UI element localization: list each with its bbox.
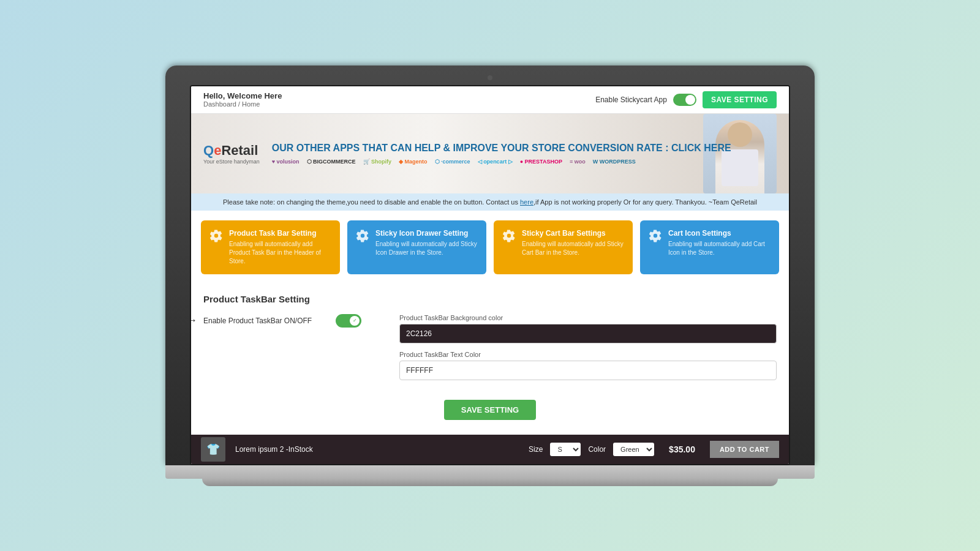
feature-card-cart-icon[interactable]: Cart Icon Settings Enabling will automat…: [640, 220, 779, 274]
banner-platforms: ♥ volusion ⬡ BIGCOMMERCE 🛒 Shopify ◆ Mag…: [272, 159, 789, 165]
add-to-cart-button[interactable]: ADD TO CART: [710, 441, 779, 458]
gear-icon-3: [502, 229, 516, 242]
taskbar-product-name: Lorem ipsum 2 -InStock: [235, 445, 519, 454]
feature-cards: Product Task Bar Setting Enabling will a…: [201, 220, 779, 274]
settings-section: Product TaskBar Setting Floating bar on …: [191, 284, 789, 430]
text-color-input[interactable]: [399, 361, 777, 380]
size-select[interactable]: S M L XL: [550, 443, 581, 456]
feature-card-sticky-cart[interactable]: Sticky Cart Bar Settings Enabling will a…: [494, 220, 633, 274]
card-desc-4: Enabling will automatically add Cart Ico…: [668, 240, 771, 257]
bg-color-label: Product TaskBar Background color: [399, 314, 777, 321]
header-save-button[interactable]: SAVE SETTING: [703, 91, 777, 108]
platform-volusion: ♥ volusion: [272, 159, 300, 165]
banner-cta[interactable]: OUR OTHER APPS THAT CAN HELP & IMPROVE Y…: [272, 143, 789, 165]
banner-logo: QeRetail Your eStore handyman: [203, 143, 260, 165]
header-right: Enable Stickycart App SAVE SETTING: [595, 91, 777, 108]
card-desc-1: Enabling will automatically add Product …: [229, 240, 331, 266]
color-select[interactable]: Green Red Blue: [613, 443, 654, 456]
settings-right: Product TaskBar Background color Product…: [399, 314, 777, 388]
settings-content: Floating bar on every product page on sc…: [203, 314, 777, 388]
gear-icon-4: [649, 229, 662, 242]
platform-bigcommerce: ⬡ BIGCOMMERCE: [307, 159, 356, 165]
logo-text: QeRetail: [203, 143, 260, 159]
taskbar-options: Size S M L XL Color Green Red Blue: [529, 443, 654, 456]
save-btn-wrap: SAVE SETTING: [203, 400, 777, 420]
settings-left: Floating bar on every product page on sc…: [203, 314, 387, 328]
feature-card-sticky-icon[interactable]: Sticky Icon Drawer Setting Enabling will…: [347, 220, 486, 274]
platform-prestashop: ● PRESTASHOP: [520, 159, 562, 165]
taskbar-price: $35.00: [669, 444, 695, 454]
gear-icon-2: [356, 229, 369, 242]
header-left: Hello, Welcome Here Dashboard / Home: [203, 91, 282, 108]
platform-wordpress: W WORDPRESS: [593, 159, 636, 165]
enable-stickycart-label: Enable Stickycart App: [595, 96, 667, 104]
card-title-4: Cart Icon Settings: [668, 229, 771, 238]
breadcrumb: Dashboard / Home: [203, 100, 282, 108]
notice-bar: Please take note: on changing the theme,…: [191, 193, 789, 211]
card-desc-3: Enabling will automatically add Sticky C…: [522, 240, 624, 257]
floating-taskbar: 👕 Lorem ipsum 2 -InStock Size S M L XL C…: [191, 435, 789, 464]
tooltip-arrow: →: [190, 313, 197, 328]
taskbar-toggle-wrap: [336, 314, 361, 328]
enable-taskbar-label: Enable Product TaskBar ON/OFF: [203, 317, 326, 325]
card-desc-2: Enabling will automatically add Sticky I…: [375, 240, 478, 257]
card-title-3: Sticky Cart Bar Settings: [522, 229, 624, 238]
gear-icon-1: [209, 229, 223, 242]
platform-woo: ≡ woo: [570, 159, 586, 165]
taskbar-product-image: 👕: [201, 437, 225, 462]
size-label: Size: [529, 445, 543, 454]
stickycart-toggle[interactable]: [673, 94, 696, 106]
save-setting-button[interactable]: SAVE SETTING: [444, 400, 536, 420]
platform-opencart: ◁ opencart ▷: [478, 159, 513, 165]
notice-link[interactable]: here: [520, 198, 533, 206]
color-label: Color: [588, 445, 606, 454]
bg-color-group: Product TaskBar Background color: [399, 314, 777, 343]
text-color-group: Product TaskBar Text Color: [399, 351, 777, 380]
banner: QeRetail Your eStore handyman OUR OTHER …: [191, 114, 789, 193]
header-greeting: Hello, Welcome Here: [203, 91, 282, 100]
laptop-bottom: [165, 465, 815, 479]
bg-color-input[interactable]: [399, 324, 777, 343]
text-color-label: Product TaskBar Text Color: [399, 351, 777, 358]
app-header: Hello, Welcome Here Dashboard / Home Ena…: [191, 86, 789, 114]
laptop-camera: [488, 75, 492, 80]
platform-commerce: ⬡ ·commerce: [435, 159, 470, 165]
section-title: Product TaskBar Setting: [203, 294, 777, 304]
banner-cta-text[interactable]: OUR OTHER APPS THAT CAN HELP & IMPROVE Y…: [272, 143, 789, 154]
card-title-2: Sticky Icon Drawer Setting: [375, 229, 478, 238]
logo-sub: Your eStore handyman: [203, 159, 260, 165]
laptop-base: [202, 479, 778, 486]
feature-card-product-taskbar[interactable]: Product Task Bar Setting Enabling will a…: [201, 220, 340, 274]
taskbar-toggle[interactable]: [336, 314, 361, 328]
platform-magento: ◆ Magento: [399, 159, 428, 165]
platform-shopify: 🛒 Shopify: [363, 159, 392, 165]
card-title-1: Product Task Bar Setting: [229, 229, 331, 238]
